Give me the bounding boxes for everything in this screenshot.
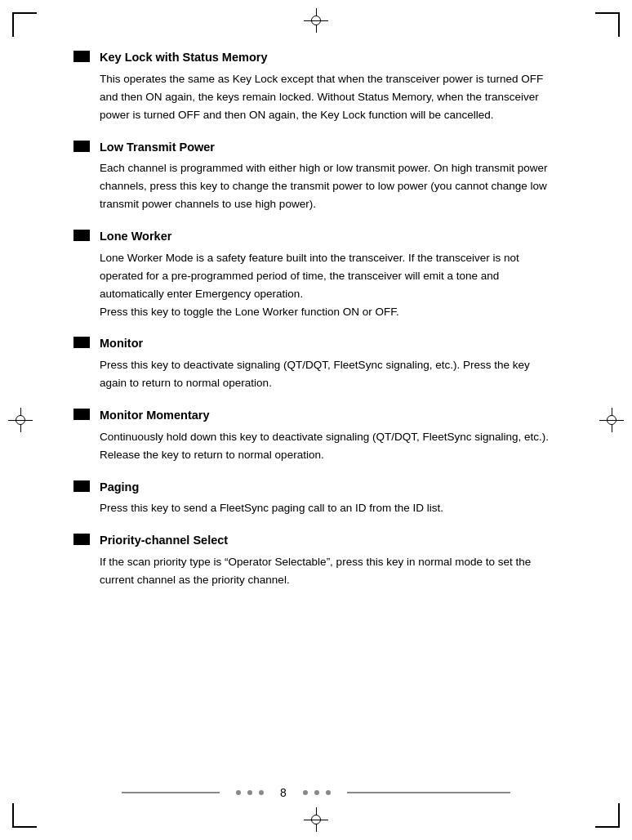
- corner-mark-bottom-right: [595, 803, 620, 828]
- corner-mark-top-right: [595, 12, 620, 37]
- corner-mark-top-left: [12, 12, 37, 37]
- item-body: Lone Worker Mode is a safety feature bui…: [100, 252, 519, 318]
- crosshair-left: [8, 408, 33, 432]
- footer: 8: [0, 786, 632, 799]
- item-content: Key Lock with Status Memory This operate…: [100, 49, 559, 124]
- item-body: Continuously hold down this key to deact…: [100, 431, 549, 461]
- item-content: Paging Press this key to send a FleetSyn…: [100, 479, 559, 518]
- item-title: Monitor Momentary: [100, 407, 559, 425]
- footer-dots-right: [303, 790, 331, 795]
- item-title: Key Lock with Status Memory: [100, 49, 559, 67]
- item-body: Press this key to deactivate signaling (…: [100, 359, 530, 389]
- footer-dot: [259, 790, 264, 795]
- list-item: Priority-channel Select If the scan prio…: [73, 532, 559, 589]
- crosshair-bottom: [304, 807, 328, 832]
- item-body: If the scan priority type is “Operator S…: [100, 556, 531, 586]
- item-body: This operates the same as Key Lock excep…: [100, 73, 543, 121]
- main-content: Key Lock with Status Memory This operate…: [65, 49, 567, 589]
- item-title: Monitor: [100, 335, 559, 353]
- bullet-icon: [73, 480, 90, 492]
- item-title: Priority-channel Select: [100, 532, 559, 550]
- footer-dot: [326, 790, 331, 795]
- bullet-icon: [73, 51, 90, 62]
- item-title: Low Transmit Power: [100, 139, 559, 157]
- item-content: Lone Worker Lone Worker Mode is a safety…: [100, 228, 559, 320]
- item-content: Monitor Momentary Continuously hold down…: [100, 407, 559, 464]
- footer-line-right: [347, 792, 510, 793]
- item-title: Paging: [100, 479, 559, 497]
- list-item: Monitor Press this key to deactivate sig…: [73, 335, 559, 392]
- footer-dot: [314, 790, 319, 795]
- list-item: Low Transmit Power Each channel is progr…: [73, 139, 559, 214]
- list-item: Key Lock with Status Memory This operate…: [73, 49, 559, 124]
- list-item: Lone Worker Lone Worker Mode is a safety…: [73, 228, 559, 320]
- item-content: Monitor Press this key to deactivate sig…: [100, 335, 559, 392]
- footer-dot: [236, 790, 241, 795]
- list-item: Monitor Momentary Continuously hold down…: [73, 407, 559, 464]
- item-body: Each channel is programmed with either h…: [100, 162, 548, 210]
- bullet-icon: [73, 534, 90, 545]
- page-number: 8: [280, 786, 287, 799]
- item-body: Press this key to send a FleetSync pagin…: [100, 502, 443, 514]
- corner-mark-bottom-left: [12, 803, 37, 828]
- page-container: Key Lock with Status Memory This operate…: [0, 0, 632, 840]
- item-content: Low Transmit Power Each channel is progr…: [100, 139, 559, 214]
- list-item: Paging Press this key to send a FleetSyn…: [73, 479, 559, 518]
- item-content: Priority-channel Select If the scan prio…: [100, 532, 559, 589]
- bullet-icon: [73, 337, 90, 348]
- crosshair-right: [599, 408, 624, 432]
- footer-line-left: [122, 792, 220, 793]
- footer-dot: [247, 790, 252, 795]
- bullet-icon: [73, 409, 90, 420]
- footer-dots: [236, 790, 264, 795]
- item-title: Lone Worker: [100, 228, 559, 246]
- footer-dot: [303, 790, 308, 795]
- bullet-icon: [73, 230, 90, 241]
- crosshair-top: [304, 8, 328, 33]
- bullet-icon: [73, 141, 90, 152]
